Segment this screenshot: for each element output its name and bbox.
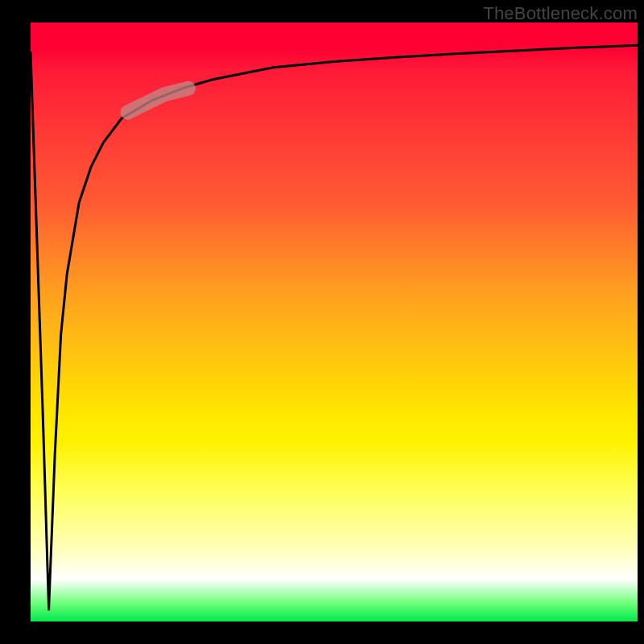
highlight-segment [128, 89, 188, 113]
curve-layer [31, 23, 638, 621]
plot-area [31, 23, 638, 621]
bottleneck-curve [31, 45, 638, 609]
watermark-label: TheBottleneck.com [483, 3, 638, 24]
bottleneck-curve-path [31, 45, 638, 609]
highlight-segment-path [128, 89, 188, 113]
chart-root: TheBottleneck.com [0, 0, 644, 644]
